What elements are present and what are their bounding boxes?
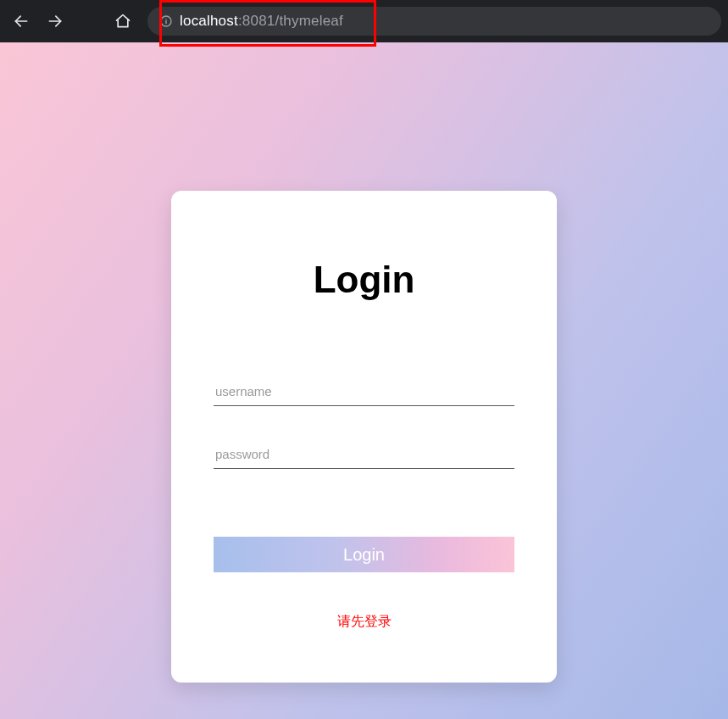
page-viewport: Login Login 请先登录	[0, 42, 728, 719]
url-host: localhost	[180, 13, 238, 29]
site-info-icon[interactable]	[159, 14, 173, 28]
username-input[interactable]	[214, 377, 514, 406]
login-title: Login	[214, 259, 514, 301]
back-button[interactable]	[7, 7, 36, 36]
url-text: localhost:8081/thymeleaf	[180, 13, 343, 30]
browser-toolbar: .nav-icon:nth-child(3) svg:first-child{d…	[0, 0, 728, 42]
login-card: Login Login 请先登录	[171, 191, 557, 683]
url-port: :8081	[238, 13, 275, 29]
login-message: 请先登录	[214, 613, 514, 631]
password-input[interactable]	[214, 440, 514, 469]
forward-button[interactable]	[41, 7, 69, 36]
address-bar[interactable]: localhost:8081/thymeleaf	[147, 7, 721, 36]
login-button[interactable]: Login	[214, 537, 514, 572]
reload-button[interactable]	[75, 7, 103, 36]
home-button[interactable]	[108, 7, 137, 36]
url-path: /thymeleaf	[275, 13, 342, 29]
